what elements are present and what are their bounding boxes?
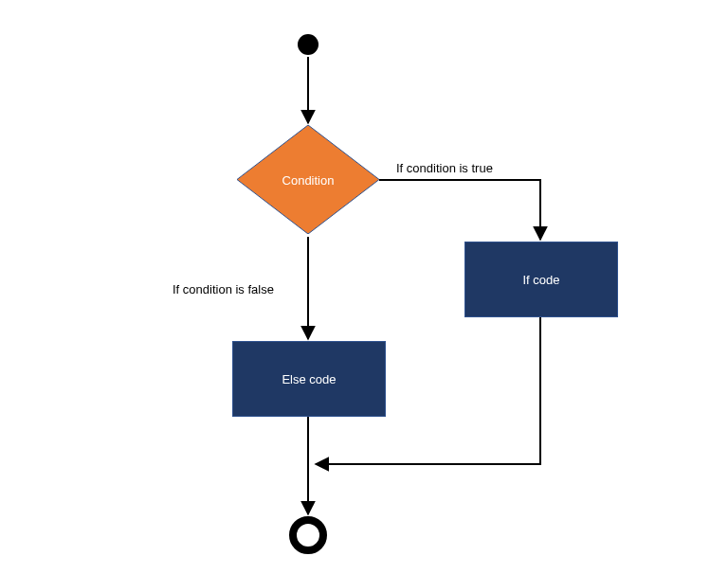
condition-node: Condition <box>237 125 379 234</box>
if-code-label: If code <box>522 273 559 287</box>
end-node <box>289 516 327 554</box>
flowchart-canvas: Condition If condition is true If code I… <box>0 0 728 574</box>
else-code-label: Else code <box>282 372 336 386</box>
else-code-node: Else code <box>232 341 386 417</box>
edge-label-false: If condition is false <box>173 282 274 296</box>
if-code-node: If code <box>464 242 618 317</box>
edge-label-true: If condition is true <box>396 161 493 175</box>
edge-condition-true <box>379 180 540 240</box>
condition-label: Condition <box>237 172 379 187</box>
arrow-layer <box>0 0 728 574</box>
start-node <box>298 34 318 55</box>
